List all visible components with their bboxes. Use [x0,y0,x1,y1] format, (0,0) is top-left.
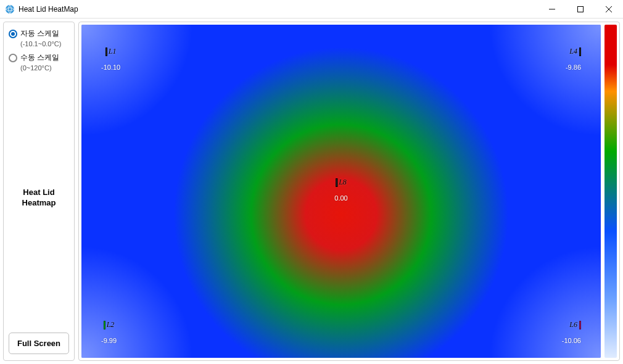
radio-manual-scale[interactable]: 수동 스케일 [9,52,69,63]
minimize-button[interactable] [538,0,566,19]
sensor-l2: L2 -9.99 [101,320,117,344]
window-title: Heat Lid HeatMap [19,5,538,14]
sensor-mark-icon [336,178,337,187]
colorbar [604,25,617,358]
heatmap-canvas[interactable]: L1 -10.10 L4 -9.86 L8 0.00 L2 -9.99 L6 -… [81,25,601,358]
sensor-l6-value: -10.06 [562,337,581,344]
sensor-l2-label: L2 [107,320,115,329]
sensor-l1: L1 -10.10 [101,47,120,71]
radio-manual-label: 수동 스케일 [20,52,59,63]
sidebar-title-line2: Heatmap [22,198,56,207]
app-icon [5,4,15,14]
sensor-mark-icon [104,321,105,329]
sensor-l1-label: L1 [109,47,117,56]
full-screen-button[interactable]: Full Screen [9,333,69,354]
sensor-l1-value: -10.10 [101,64,120,71]
sensor-l8: L8 0.00 [334,178,347,202]
scale-radio-group: 자동 스케일 (-10.1~0.0°C) 수동 스케일 (0~120°C) [9,28,69,77]
window-controls [538,0,623,18]
sidebar: 자동 스케일 (-10.1~0.0°C) 수동 스케일 (0~120°C) He… [3,22,75,361]
sensor-l4-value: -9.86 [566,64,581,71]
sensor-l2-value: -9.99 [101,337,117,344]
sensor-l4: L4 -9.86 [566,47,581,71]
radio-auto-range: (-10.1~0.0°C) [20,40,69,48]
sensor-l6: L6 -10.06 [562,320,581,344]
svg-rect-2 [578,7,584,12]
radio-dot-icon [9,30,17,38]
sensor-l4-label: L4 [569,47,577,56]
sensor-mark-icon [105,48,107,56]
radio-auto-scale[interactable]: 자동 스케일 [9,28,69,39]
radio-dot-icon [9,54,17,62]
radio-auto-label: 자동 스케일 [20,28,59,39]
svg-point-0 [6,5,14,14]
sidebar-title-line1: Heat Lid [23,188,54,197]
sensor-mark-icon [579,48,581,56]
content-area: 자동 스케일 (-10.1~0.0°C) 수동 스케일 (0~120°C) He… [0,19,623,364]
close-button[interactable] [595,0,623,19]
titlebar: Heat Lid HeatMap [0,0,623,19]
radio-manual-range: (0~120°C) [20,64,69,72]
sensor-l8-value: 0.00 [334,194,347,202]
sensor-l8-label: L8 [339,178,347,186]
sensor-mark-icon [579,321,581,329]
sidebar-title: Heat Lid Heatmap [22,188,56,209]
sensor-l6-label: L6 [569,320,577,329]
main-panel: L1 -10.10 L4 -9.86 L8 0.00 L2 -9.99 L6 -… [78,22,620,361]
maximize-button[interactable] [566,0,595,19]
